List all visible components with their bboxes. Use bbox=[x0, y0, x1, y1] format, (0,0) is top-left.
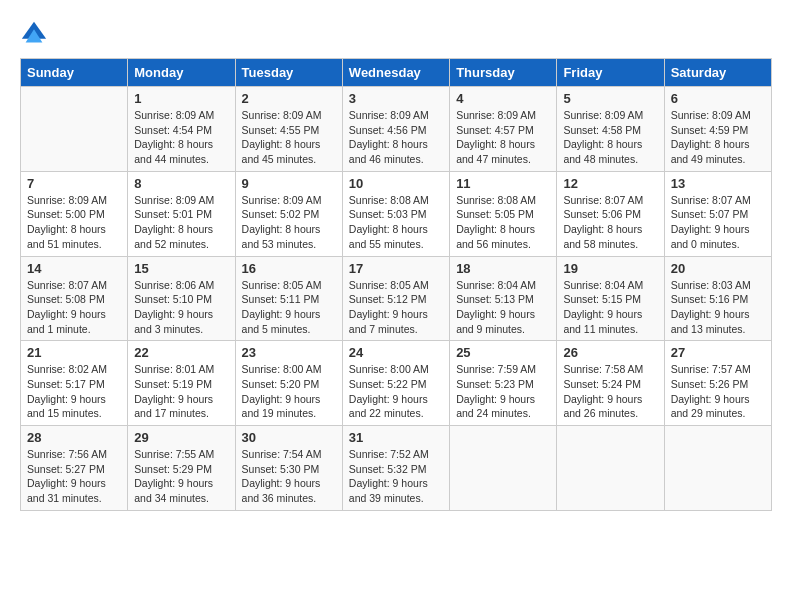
day-detail: Sunrise: 8:05 AM Sunset: 5:11 PM Dayligh… bbox=[242, 278, 336, 337]
calendar-cell: 19 Sunrise: 8:04 AM Sunset: 5:15 PM Dayl… bbox=[557, 256, 664, 341]
calendar-cell: 24 Sunrise: 8:00 AM Sunset: 5:22 PM Dayl… bbox=[342, 341, 449, 426]
calendar-cell: 20 Sunrise: 8:03 AM Sunset: 5:16 PM Dayl… bbox=[664, 256, 771, 341]
sunrise-text: Sunrise: 8:03 AM bbox=[671, 279, 751, 291]
day-detail: Sunrise: 7:57 AM Sunset: 5:26 PM Dayligh… bbox=[671, 362, 765, 421]
daylight-text: Daylight: 9 hours and 17 minutes. bbox=[134, 393, 213, 420]
calendar-cell: 11 Sunrise: 8:08 AM Sunset: 5:05 PM Dayl… bbox=[450, 171, 557, 256]
daylight-text: Daylight: 9 hours and 24 minutes. bbox=[456, 393, 535, 420]
day-detail: Sunrise: 8:04 AM Sunset: 5:13 PM Dayligh… bbox=[456, 278, 550, 337]
calendar-cell: 15 Sunrise: 8:06 AM Sunset: 5:10 PM Dayl… bbox=[128, 256, 235, 341]
sunset-text: Sunset: 5:02 PM bbox=[242, 208, 320, 220]
calendar-cell: 18 Sunrise: 8:04 AM Sunset: 5:13 PM Dayl… bbox=[450, 256, 557, 341]
daylight-text: Daylight: 8 hours and 56 minutes. bbox=[456, 223, 535, 250]
day-number: 4 bbox=[456, 91, 550, 106]
sunrise-text: Sunrise: 8:04 AM bbox=[456, 279, 536, 291]
daylight-text: Daylight: 9 hours and 3 minutes. bbox=[134, 308, 213, 335]
sunrise-text: Sunrise: 8:09 AM bbox=[349, 109, 429, 121]
logo-icon bbox=[20, 20, 48, 48]
day-detail: Sunrise: 7:54 AM Sunset: 5:30 PM Dayligh… bbox=[242, 447, 336, 506]
sunset-text: Sunset: 5:07 PM bbox=[671, 208, 749, 220]
daylight-text: Daylight: 9 hours and 29 minutes. bbox=[671, 393, 750, 420]
calendar-cell: 14 Sunrise: 8:07 AM Sunset: 5:08 PM Dayl… bbox=[21, 256, 128, 341]
day-detail: Sunrise: 7:52 AM Sunset: 5:32 PM Dayligh… bbox=[349, 447, 443, 506]
sunset-text: Sunset: 5:24 PM bbox=[563, 378, 641, 390]
daylight-text: Daylight: 8 hours and 58 minutes. bbox=[563, 223, 642, 250]
day-detail: Sunrise: 8:08 AM Sunset: 5:03 PM Dayligh… bbox=[349, 193, 443, 252]
daylight-text: Daylight: 9 hours and 5 minutes. bbox=[242, 308, 321, 335]
sunset-text: Sunset: 5:29 PM bbox=[134, 463, 212, 475]
daylight-text: Daylight: 8 hours and 48 minutes. bbox=[563, 138, 642, 165]
day-detail: Sunrise: 8:01 AM Sunset: 5:19 PM Dayligh… bbox=[134, 362, 228, 421]
sunset-text: Sunset: 4:57 PM bbox=[456, 124, 534, 136]
calendar-cell: 10 Sunrise: 8:08 AM Sunset: 5:03 PM Dayl… bbox=[342, 171, 449, 256]
day-number: 1 bbox=[134, 91, 228, 106]
week-row-2: 7 Sunrise: 8:09 AM Sunset: 5:00 PM Dayli… bbox=[21, 171, 772, 256]
sunset-text: Sunset: 5:20 PM bbox=[242, 378, 320, 390]
day-number: 15 bbox=[134, 261, 228, 276]
day-number: 29 bbox=[134, 430, 228, 445]
day-number: 24 bbox=[349, 345, 443, 360]
sunset-text: Sunset: 4:58 PM bbox=[563, 124, 641, 136]
sunset-text: Sunset: 5:05 PM bbox=[456, 208, 534, 220]
calendar-cell: 21 Sunrise: 8:02 AM Sunset: 5:17 PM Dayl… bbox=[21, 341, 128, 426]
sunset-text: Sunset: 5:32 PM bbox=[349, 463, 427, 475]
week-row-3: 14 Sunrise: 8:07 AM Sunset: 5:08 PM Dayl… bbox=[21, 256, 772, 341]
calendar-cell: 23 Sunrise: 8:00 AM Sunset: 5:20 PM Dayl… bbox=[235, 341, 342, 426]
sunrise-text: Sunrise: 8:09 AM bbox=[134, 194, 214, 206]
calendar-cell: 28 Sunrise: 7:56 AM Sunset: 5:27 PM Dayl… bbox=[21, 426, 128, 511]
calendar-cell: 26 Sunrise: 7:58 AM Sunset: 5:24 PM Dayl… bbox=[557, 341, 664, 426]
sunrise-text: Sunrise: 8:09 AM bbox=[134, 109, 214, 121]
header-wednesday: Wednesday bbox=[342, 59, 449, 87]
header-saturday: Saturday bbox=[664, 59, 771, 87]
sunrise-text: Sunrise: 7:57 AM bbox=[671, 363, 751, 375]
calendar-cell: 9 Sunrise: 8:09 AM Sunset: 5:02 PM Dayli… bbox=[235, 171, 342, 256]
day-number: 16 bbox=[242, 261, 336, 276]
day-detail: Sunrise: 8:07 AM Sunset: 5:08 PM Dayligh… bbox=[27, 278, 121, 337]
day-detail: Sunrise: 7:58 AM Sunset: 5:24 PM Dayligh… bbox=[563, 362, 657, 421]
daylight-text: Daylight: 9 hours and 7 minutes. bbox=[349, 308, 428, 335]
day-detail: Sunrise: 8:09 AM Sunset: 5:01 PM Dayligh… bbox=[134, 193, 228, 252]
day-number: 17 bbox=[349, 261, 443, 276]
header-tuesday: Tuesday bbox=[235, 59, 342, 87]
sunset-text: Sunset: 5:30 PM bbox=[242, 463, 320, 475]
calendar-cell: 1 Sunrise: 8:09 AM Sunset: 4:54 PM Dayli… bbox=[128, 87, 235, 172]
sunrise-text: Sunrise: 8:00 AM bbox=[349, 363, 429, 375]
sunrise-text: Sunrise: 7:55 AM bbox=[134, 448, 214, 460]
sunset-text: Sunset: 5:23 PM bbox=[456, 378, 534, 390]
day-number: 19 bbox=[563, 261, 657, 276]
sunset-text: Sunset: 5:00 PM bbox=[27, 208, 105, 220]
sunset-text: Sunset: 5:22 PM bbox=[349, 378, 427, 390]
calendar-cell: 30 Sunrise: 7:54 AM Sunset: 5:30 PM Dayl… bbox=[235, 426, 342, 511]
sunrise-text: Sunrise: 7:59 AM bbox=[456, 363, 536, 375]
sunrise-text: Sunrise: 8:05 AM bbox=[349, 279, 429, 291]
day-detail: Sunrise: 8:09 AM Sunset: 4:54 PM Dayligh… bbox=[134, 108, 228, 167]
sunset-text: Sunset: 5:03 PM bbox=[349, 208, 427, 220]
daylight-text: Daylight: 8 hours and 52 minutes. bbox=[134, 223, 213, 250]
day-detail: Sunrise: 8:09 AM Sunset: 4:55 PM Dayligh… bbox=[242, 108, 336, 167]
sunset-text: Sunset: 5:16 PM bbox=[671, 293, 749, 305]
calendar-cell: 4 Sunrise: 8:09 AM Sunset: 4:57 PM Dayli… bbox=[450, 87, 557, 172]
day-detail: Sunrise: 7:59 AM Sunset: 5:23 PM Dayligh… bbox=[456, 362, 550, 421]
sunrise-text: Sunrise: 8:07 AM bbox=[27, 279, 107, 291]
day-detail: Sunrise: 7:56 AM Sunset: 5:27 PM Dayligh… bbox=[27, 447, 121, 506]
daylight-text: Daylight: 9 hours and 0 minutes. bbox=[671, 223, 750, 250]
day-number: 18 bbox=[456, 261, 550, 276]
sunset-text: Sunset: 5:27 PM bbox=[27, 463, 105, 475]
sunset-text: Sunset: 5:12 PM bbox=[349, 293, 427, 305]
calendar-cell: 29 Sunrise: 7:55 AM Sunset: 5:29 PM Dayl… bbox=[128, 426, 235, 511]
day-number: 13 bbox=[671, 176, 765, 191]
calendar-cell: 8 Sunrise: 8:09 AM Sunset: 5:01 PM Dayli… bbox=[128, 171, 235, 256]
sunset-text: Sunset: 5:19 PM bbox=[134, 378, 212, 390]
daylight-text: Daylight: 8 hours and 53 minutes. bbox=[242, 223, 321, 250]
week-row-1: 1 Sunrise: 8:09 AM Sunset: 4:54 PM Dayli… bbox=[21, 87, 772, 172]
calendar-cell bbox=[664, 426, 771, 511]
daylight-text: Daylight: 9 hours and 11 minutes. bbox=[563, 308, 642, 335]
sunrise-text: Sunrise: 8:09 AM bbox=[27, 194, 107, 206]
daylight-text: Daylight: 9 hours and 34 minutes. bbox=[134, 477, 213, 504]
calendar-cell: 31 Sunrise: 7:52 AM Sunset: 5:32 PM Dayl… bbox=[342, 426, 449, 511]
day-number: 10 bbox=[349, 176, 443, 191]
day-detail: Sunrise: 8:02 AM Sunset: 5:17 PM Dayligh… bbox=[27, 362, 121, 421]
page-header bbox=[20, 20, 772, 48]
day-number: 9 bbox=[242, 176, 336, 191]
daylight-text: Daylight: 8 hours and 55 minutes. bbox=[349, 223, 428, 250]
